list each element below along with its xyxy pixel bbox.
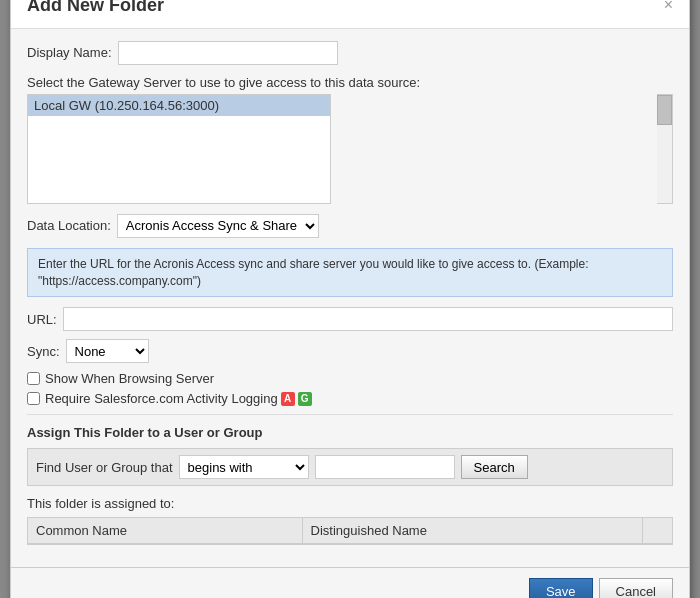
dialog-body: Display Name: Select the Gateway Server … [11,29,689,568]
require-salesforce-checkbox[interactable] [27,392,40,405]
col-actions [642,518,672,544]
search-button[interactable]: Search [461,455,528,479]
divider [27,414,673,415]
data-location-select[interactable]: Acronis Access Sync & Share Other [117,214,319,238]
assign-section-title: Assign This Folder to a User or Group [27,425,673,440]
assigned-table-container: Common Name Distinguished Name [27,517,673,545]
data-location-label: Data Location: [27,218,111,233]
col-common-name: Common Name [28,518,302,544]
save-button[interactable]: Save [529,578,593,598]
display-name-row: Display Name: [27,41,673,65]
assigned-table: Common Name Distinguished Name [28,518,672,544]
sync-row: Sync: None One-way Two-way [27,339,673,363]
gateway-scrollbar[interactable] [657,94,673,204]
assigned-label: This folder is assigned to: [27,496,673,511]
badge-g: G [298,392,312,406]
cancel-button[interactable]: Cancel [599,578,673,598]
info-box: Enter the URL for the Acronis Access syn… [27,248,673,298]
info-box-text: Enter the URL for the Acronis Access syn… [38,257,588,288]
display-name-label: Display Name: [27,45,112,60]
url-row: URL: [27,307,673,331]
dialog-footer: Save Cancel [11,567,689,598]
require-salesforce-label: Require Salesforce.com Activity Logging [45,391,278,406]
sync-label: Sync: [27,344,60,359]
gateway-label: Select the Gateway Server to use to give… [27,75,673,90]
table-header-row: Common Name Distinguished Name [28,518,672,544]
col-distinguished-name: Distinguished Name [302,518,642,544]
add-new-folder-dialog: Add New Folder × Display Name: Select th… [10,0,690,598]
gateway-item[interactable]: Local GW (10.250.164.56:3000) [28,95,330,116]
search-input[interactable] [315,455,455,479]
condition-select[interactable]: begins with contains ends with [179,455,309,479]
show-browsing-row: Show When Browsing Server [27,371,673,386]
require-salesforce-row: Require Salesforce.com Activity Logging … [27,391,673,406]
dialog-title: Add New Folder [27,0,164,16]
url-input[interactable] [63,307,673,331]
display-name-input[interactable] [118,41,338,65]
scrollbar-thumb[interactable] [657,95,672,125]
gateway-list[interactable]: Local GW (10.250.164.56:3000) [27,94,331,204]
show-browsing-label: Show When Browsing Server [45,371,214,386]
assign-row: Find User or Group that begins with cont… [27,448,673,486]
gateway-server-section: Local GW (10.250.164.56:3000) [27,94,673,214]
close-button[interactable]: × [664,0,673,14]
data-location-row: Data Location: Acronis Access Sync & Sha… [27,214,673,238]
badge-a: A [281,392,295,406]
url-label: URL: [27,312,57,327]
sync-select[interactable]: None One-way Two-way [66,339,149,363]
dialog-title-bar: Add New Folder × [11,0,689,29]
find-label: Find User or Group that [36,460,173,475]
show-browsing-checkbox[interactable] [27,372,40,385]
